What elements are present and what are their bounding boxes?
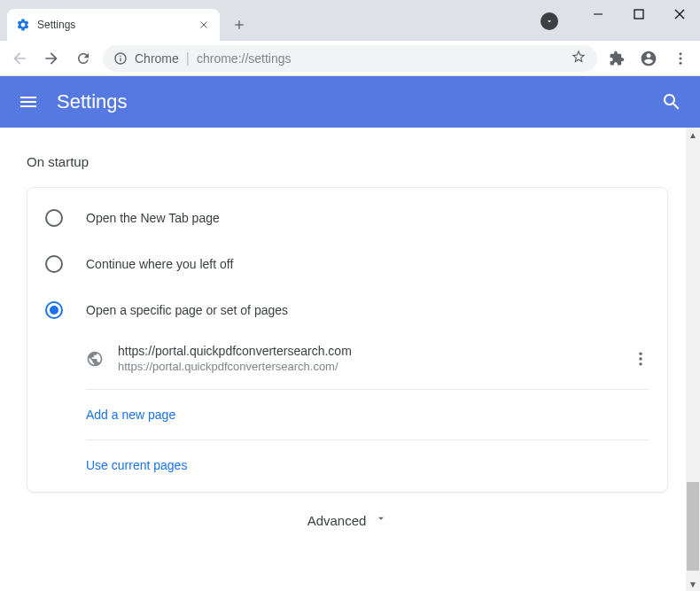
startup-pages-list: https://portal.quickpdfconvertersearch.c… [27,333,667,485]
gear-icon [16,18,30,32]
reload-button[interactable] [71,46,96,71]
startup-card: Open the New Tab page Continue where you… [27,187,668,493]
page-title: Settings [57,90,661,113]
svg-point-12 [639,357,642,360]
new-tab-button[interactable] [227,12,252,37]
close-window-button[interactable] [659,0,700,28]
settings-header: Settings [0,76,700,128]
scrollbar-thumb[interactable] [687,482,699,571]
omnibox-url: chrome://settings [197,51,564,66]
close-tab-icon[interactable] [197,18,211,32]
back-button[interactable] [7,46,32,71]
forward-button[interactable] [39,46,64,71]
browser-tab[interactable]: Settings [7,9,220,41]
radio-icon [45,255,63,273]
section-on-startup-label: On startup [27,154,668,169]
chevron-down-icon [375,512,387,528]
tab-title: Settings [37,19,197,31]
omnibox-scheme: Chrome [135,51,179,66]
window-titlebar: Settings [0,0,700,41]
extensions-icon[interactable] [604,46,629,71]
globe-icon [86,350,104,368]
bookmark-star-icon[interactable] [571,49,587,68]
window-controls [578,0,700,28]
svg-point-13 [639,362,642,365]
use-current-pages-link[interactable]: Use current pages [86,446,649,485]
address-bar: Chrome | chrome://settings [0,41,700,76]
svg-point-9 [680,57,682,59]
page-name: https://portal.quickpdfconvertersearch.c… [118,344,632,358]
settings-content: On startup Open the New Tab page Continu… [0,128,686,591]
site-info-icon[interactable] [113,51,128,66]
svg-point-10 [680,61,682,64]
svg-point-8 [680,52,682,55]
radio-specific-label: Open a specific page or set of pages [86,303,288,317]
add-new-page-link[interactable]: Add a new page [86,395,649,434]
scrollbar[interactable]: ▲ ▼ [686,128,700,591]
minimize-button[interactable] [578,0,618,28]
divider [86,389,649,390]
divider [86,439,649,440]
startup-page-entry: https://portal.quickpdfconvertersearch.c… [86,333,649,384]
advanced-label: Advanced [307,513,367,528]
search-tabs-button[interactable] [541,12,558,30]
radio-continue[interactable]: Continue where you left off [27,241,667,287]
svg-point-11 [639,352,642,354]
omnibox-separator: | [186,51,190,66]
radio-specific[interactable]: Open a specific page or set of pages [27,287,667,333]
chrome-menu-icon[interactable] [668,46,693,71]
hamburger-menu-icon[interactable] [18,91,39,113]
radio-icon [45,209,63,227]
radio-new-tab[interactable]: Open the New Tab page [27,195,667,241]
maximize-button[interactable] [618,0,659,28]
profile-avatar-icon[interactable] [636,46,661,71]
radio-new-tab-label: Open the New Tab page [86,211,220,225]
radio-continue-label: Continue where you left off [86,257,233,271]
search-icon[interactable] [661,91,682,113]
more-actions-icon[interactable] [632,350,649,368]
svg-rect-5 [634,10,643,19]
scroll-down-icon[interactable]: ▼ [686,577,700,591]
page-info: https://portal.quickpdfconvertersearch.c… [118,344,632,373]
scroll-up-icon[interactable]: ▲ [686,128,700,142]
page-url: https://portal.quickpdfconvertersearch.c… [118,360,632,373]
advanced-toggle[interactable]: Advanced [27,493,668,535]
radio-icon-selected [45,301,63,319]
omnibox[interactable]: Chrome | chrome://settings [103,45,597,72]
